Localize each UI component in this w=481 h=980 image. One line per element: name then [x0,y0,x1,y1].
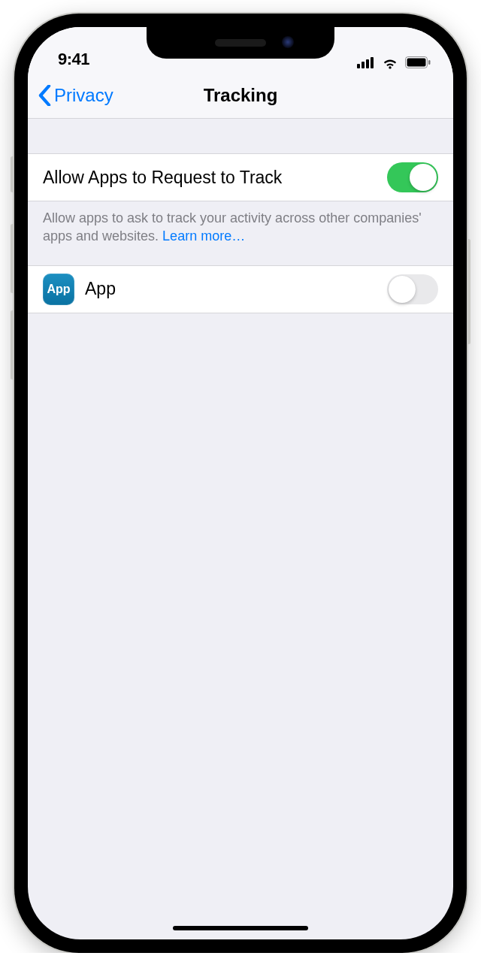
status-indicators [357,56,431,69]
toggle-knob [389,276,416,303]
notch [147,27,334,59]
back-label: Privacy [54,85,113,106]
iphone-device-frame: 9:41 Privacy Tracking Al [14,14,467,953]
svg-rect-1 [362,62,365,68]
app-label: App [85,279,387,299]
navigation-bar: Privacy Tracking [28,72,453,119]
svg-rect-0 [357,64,360,68]
screen: 9:41 Privacy Tracking Al [28,27,453,939]
home-indicator[interactable] [173,926,308,930]
svg-rect-2 [366,59,369,68]
volume-up-button [11,224,14,293]
chevron-left-icon [38,85,51,106]
volume-down-button [11,310,14,380]
allow-tracking-toggle[interactable] [387,162,438,192]
battery-icon [405,56,431,68]
toggle-knob [410,164,437,191]
svg-rect-6 [428,60,431,65]
page-title: Tracking [204,85,278,106]
svg-rect-5 [407,59,426,67]
section-footer: Allow apps to ask to track your activity… [28,201,453,265]
svg-rect-3 [371,57,374,68]
back-button[interactable]: Privacy [38,85,113,106]
allow-tracking-label: Allow Apps to Request to Track [43,168,387,188]
app-row: App App [28,265,453,313]
status-time: 9:41 [58,50,89,69]
app-tracking-toggle[interactable] [387,274,438,304]
cellular-icon [357,56,375,68]
wifi-icon [381,56,399,69]
learn-more-link[interactable]: Learn more… [162,228,245,243]
content-area: Allow Apps to Request to Track Allow app… [28,119,453,313]
mute-switch [11,156,14,192]
app-icon: App [43,274,74,305]
allow-tracking-row: Allow Apps to Request to Track [28,153,453,201]
side-button [467,239,470,344]
